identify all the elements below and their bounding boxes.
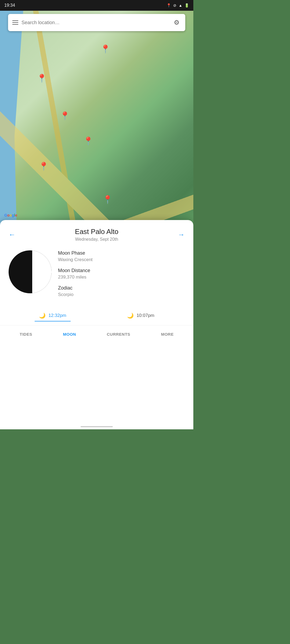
location-header: ← East Palo Alto Wednesday, Sept 20th → <box>0 220 193 244</box>
status-bar: 19:34 📍 ⊘ ▲ 🔋 <box>0 0 193 11</box>
location-date: Wednesday, Sept 20th <box>18 237 176 242</box>
moon-light <box>32 250 52 293</box>
wifi-icon: ▲ <box>179 3 182 8</box>
search-bar: ⚙ <box>8 14 185 31</box>
moon-details: Moon Phase Waxing Crescent Moon Distance… <box>58 250 185 297</box>
moonset-option[interactable]: 🌙 10:07pm <box>123 310 158 321</box>
moonrise-icon: 🌙 <box>39 312 46 319</box>
bottom-tabs: TIDES MOON CURRENTS MORE <box>0 325 193 345</box>
battery-icon: 🔋 <box>184 3 189 8</box>
zodiac-value: Scorpio <box>58 292 185 297</box>
distance-label: Moon Distance <box>58 268 185 273</box>
moon-visual <box>9 250 52 293</box>
moonrise-time: 12:32pm <box>48 313 66 318</box>
location-icon: 📍 <box>166 3 171 8</box>
bottom-sheet: ← East Palo Alto Wednesday, Sept 20th → … <box>0 220 193 429</box>
search-input[interactable] <box>21 20 169 25</box>
location-name: East Palo Alto <box>18 228 176 236</box>
tab-moon[interactable]: MOON <box>59 330 81 339</box>
tab-tides[interactable]: TIDES <box>15 330 37 339</box>
location-info: East Palo Alto Wednesday, Sept 20th <box>18 228 176 242</box>
phase-value: Waxing Crescent <box>58 257 185 262</box>
home-indicator <box>81 426 113 427</box>
zodiac-label: Zodiac <box>58 285 185 291</box>
do-not-disturb-icon: ⊘ <box>173 3 176 8</box>
tab-currents[interactable]: CURRENTS <box>103 330 135 339</box>
google-logo: Google <box>4 213 17 217</box>
time-selector: 🌙 12:32pm 🌙 10:07pm <box>0 306 193 325</box>
menu-button[interactable] <box>12 20 18 25</box>
settings-button[interactable]: ⚙ <box>172 18 181 27</box>
prev-button[interactable]: ← <box>6 228 18 241</box>
moonset-time: 10:07pm <box>136 313 154 318</box>
moonset-icon: 🌙 <box>127 312 134 319</box>
distance-value: 239,370 miles <box>58 275 185 280</box>
moonrise-option[interactable]: 🌙 12:32pm <box>35 310 70 321</box>
next-button[interactable]: → <box>176 228 187 241</box>
phase-label: Moon Phase <box>58 250 185 256</box>
moon-content: Moon Phase Waxing Crescent Moon Distance… <box>0 244 193 304</box>
tab-more[interactable]: MORE <box>157 330 178 339</box>
status-time: 19:34 <box>4 3 15 8</box>
moon-phase-image <box>9 250 52 293</box>
status-icons: 📍 ⊘ ▲ 🔋 <box>166 3 189 8</box>
